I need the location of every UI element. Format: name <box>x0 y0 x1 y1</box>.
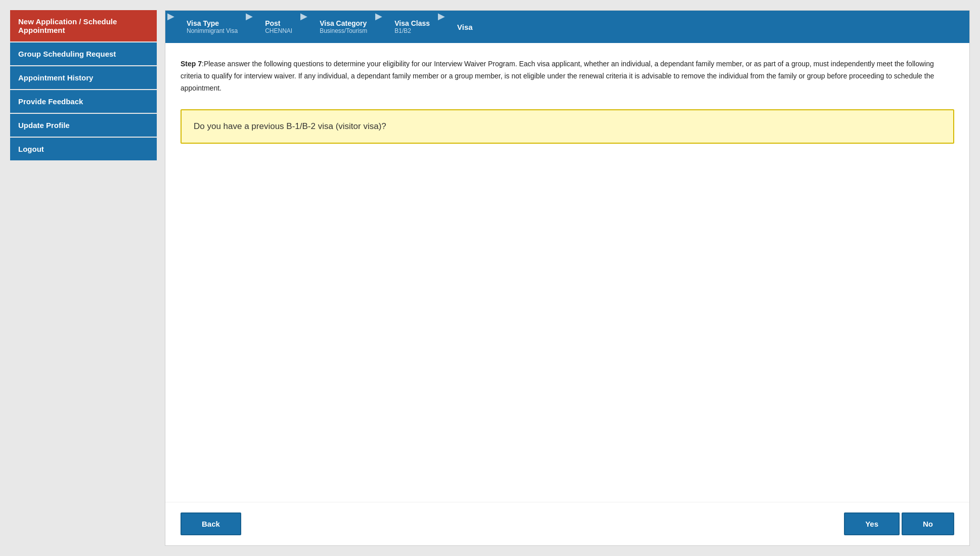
stepper-post-title: Post <box>265 19 292 27</box>
stepper-arrow-2: ▶ <box>300 11 307 43</box>
stepper-visa-category-title: Visa Category <box>320 19 367 27</box>
content-area: Step 7:Please answer the following quest… <box>165 43 969 502</box>
stepper-visa: Visa <box>447 11 479 43</box>
main-content: ▶ Visa Type Nonimmigrant Visa ▶ Post CHE… <box>165 10 970 546</box>
sidebar-item-logout[interactable]: Logout <box>10 138 157 160</box>
stepper-visa-class: Visa Class B1/B2 <box>384 11 436 43</box>
sidebar-item-new-application[interactable]: New Application / Schedule Appointment <box>10 10 157 41</box>
step-description-text: Please answer the following questions to… <box>181 60 934 92</box>
stepper-arrow-3: ▶ <box>375 11 382 43</box>
sidebar-item-group-scheduling[interactable]: Group Scheduling Request <box>10 42 157 65</box>
stepper-visa-category-subtitle: Business/Tourism <box>320 27 367 34</box>
sidebar-item-update-profile[interactable]: Update Profile <box>10 114 157 137</box>
stepper-visa-type-subtitle: Nonimmigrant Visa <box>187 27 238 34</box>
sidebar: New Application / Schedule Appointment G… <box>10 10 157 546</box>
sidebar-item-appointment-history[interactable]: Appointment History <box>10 66 157 89</box>
stepper-visa-title: Visa <box>457 23 473 31</box>
back-button[interactable]: Back <box>181 512 241 535</box>
step-label: Step 7 <box>181 60 202 68</box>
stepper-post-subtitle: CHENNAI <box>265 27 292 34</box>
stepper-arrow-start: ▶ <box>167 11 174 43</box>
stepper-visa-category: Visa Category Business/Tourism <box>309 11 373 43</box>
question-text: Do you have a previous B-1/B-2 visa (vis… <box>194 121 386 131</box>
stepper-arrow-4: ▶ <box>438 11 445 43</box>
stepper-visa-class-title: Visa Class <box>394 19 430 27</box>
no-button[interactable]: No <box>902 512 954 535</box>
footer-buttons: Back Yes No <box>165 502 969 545</box>
yes-button[interactable]: Yes <box>844 512 900 535</box>
right-buttons: Yes No <box>844 512 954 535</box>
sidebar-item-provide-feedback[interactable]: Provide Feedback <box>10 90 157 113</box>
question-box: Do you have a previous B-1/B-2 visa (vis… <box>181 109 954 144</box>
stepper-post: Post CHENNAI <box>255 11 298 43</box>
stepper-visa-type-title: Visa Type <box>187 19 238 27</box>
stepper: ▶ Visa Type Nonimmigrant Visa ▶ Post CHE… <box>165 11 969 43</box>
step-description: Step 7:Please answer the following quest… <box>181 58 954 94</box>
stepper-visa-class-subtitle: B1/B2 <box>394 27 430 34</box>
stepper-arrow-1: ▶ <box>246 11 253 43</box>
stepper-visa-type: Visa Type Nonimmigrant Visa <box>176 11 244 43</box>
